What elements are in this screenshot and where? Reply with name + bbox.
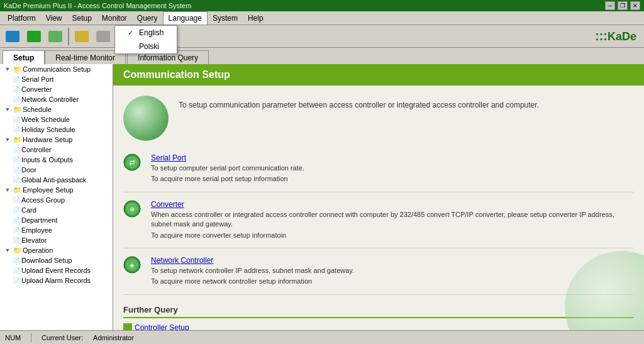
serial-port-content: Serial Port To setup computer serial por… <box>151 153 634 184</box>
sidebar-label-download-setup: Download Setup <box>21 257 72 264</box>
menu-bar: Platform View Setup Monitor Query Langua… <box>0 11 644 25</box>
sidebar-label-elevator: Elevator <box>21 236 47 244</box>
sidebar-item-holiday-schedule[interactable]: 📄 Holiday Schedule <box>0 125 113 135</box>
network-controller-link[interactable]: Network Controller <box>151 256 634 265</box>
logo-prefix: ::: <box>595 29 608 43</box>
sidebar-item-employee-setup[interactable]: ▼ 📁 Employee Setup <box>0 185 113 195</box>
network-controller-content: Network Controller To setup network cont… <box>151 256 634 287</box>
expand-icon-hardware: ▼ <box>3 135 12 144</box>
sidebar-label-holiday-schedule: Holiday Schedule <box>21 126 75 133</box>
sidebar-item-employee[interactable]: 📄 Employee <box>0 225 113 235</box>
sidebar-item-operation[interactable]: ▼ 📁 Operation <box>0 245 113 255</box>
sidebar-item-inputs-outputs[interactable]: 📄 Inputs & Outputs <box>0 155 113 165</box>
converter-icon: ⊕ <box>123 200 141 218</box>
converter-content: Converter When access controller or inte… <box>151 200 634 240</box>
doc-icon-antipass: 📄 <box>12 175 21 184</box>
toolbar-btn-4[interactable] <box>72 27 92 46</box>
tab-realtime-monitor[interactable]: Real-time Monitor <box>45 50 126 64</box>
intro-text: To setup communication parameter between… <box>179 96 539 114</box>
menu-query[interactable]: Query <box>132 11 163 25</box>
sidebar-item-week-schedule[interactable]: 📄 Week Schedule <box>0 114 113 125</box>
toolbar: ◀ ▶ :::KaDe <box>0 25 644 48</box>
sidebar-label-network-controller: Network Controller <box>21 96 79 103</box>
section-serial-port: ⇄ Serial Port To setup computer serial p… <box>123 146 634 192</box>
toolbar-icon-3 <box>48 31 62 42</box>
svg-text:◈: ◈ <box>130 262 135 269</box>
toolbar-icon-4 <box>75 31 89 42</box>
menu-view[interactable]: View <box>41 11 67 25</box>
controller-setup-link[interactable]: Controller Setup <box>123 323 634 330</box>
status-separator <box>31 333 31 342</box>
toolbar-icon-5 <box>96 31 110 42</box>
menu-language[interactable]: Language <box>163 11 208 25</box>
section-network-controller: ◈ Network Controller To setup network co… <box>123 248 634 295</box>
network-controller-desc2: To acquire more network controller setup… <box>151 277 634 286</box>
sidebar-item-communication-setup[interactable]: ▼ 📁 Communication Setup <box>0 64 113 74</box>
menu-monitor[interactable]: Monitor <box>97 11 132 25</box>
sidebar-item-access-group[interactable]: 📄 Access Group <box>0 195 113 205</box>
status-bar: NUM Current User: Administrator <box>0 330 644 344</box>
tab-setup[interactable]: Setup <box>3 50 45 64</box>
restore-button[interactable]: ❐ <box>618 1 628 10</box>
doc-icon-access-group: 📄 <box>12 196 21 204</box>
language-english-label: English <box>139 28 164 37</box>
further-query-title: Further Query <box>123 305 634 318</box>
serial-port-desc1: To setup computer serial port communicat… <box>151 164 634 173</box>
title-bar: KaDe Premium Plus II - Access Control Ma… <box>0 0 644 11</box>
converter-link[interactable]: Converter <box>151 200 634 209</box>
tab-bar: Setup Real-time Monitor Information Quer… <box>0 48 644 64</box>
converter-desc1: When access controller or integrated acc… <box>151 210 634 230</box>
sidebar-item-controller[interactable]: 📄 Controller <box>0 145 113 155</box>
sidebar-item-download-setup[interactable]: 📄 Download Setup <box>0 255 113 265</box>
sidebar-label-department: Department <box>21 216 57 224</box>
sidebar-label-upload-event: Upload Event Records <box>21 267 91 274</box>
toolbar-btn-2[interactable] <box>24 27 44 46</box>
toolbar-icon-2 <box>27 31 41 42</box>
language-english[interactable]: ✓ English <box>115 26 177 40</box>
close-button[interactable]: ✕ <box>630 1 640 10</box>
folder-icon: 📁 <box>13 65 22 74</box>
sidebar-item-department[interactable]: 📄 Department <box>0 215 113 225</box>
sidebar-label-communication-setup: Communication Setup <box>23 65 91 73</box>
content-title: Communication Setup <box>123 69 634 80</box>
sidebar-item-hardware-setup[interactable]: ▼ 📁 Hardware Setup <box>0 135 113 145</box>
sidebar-item-upload-event[interactable]: 📄 Upload Event Records <box>0 265 113 275</box>
sidebar-label-upload-alarm: Upload Alarm Records <box>21 277 91 284</box>
toolbar-btn-1[interactable] <box>3 27 23 46</box>
menu-platform[interactable]: Platform <box>3 11 41 25</box>
sidebar-item-serial-port[interactable]: 📄 Serial Port <box>0 74 113 84</box>
sidebar-item-door[interactable]: 📄 Door <box>0 165 113 175</box>
toolbar-btn-3[interactable] <box>45 27 65 46</box>
sidebar-item-elevator[interactable]: 📄 Elevator <box>0 235 113 245</box>
checkmark-english: ✓ <box>128 29 135 37</box>
sidebar-label-converter: Converter <box>21 86 52 93</box>
sidebar-item-card[interactable]: 📄 Card <box>0 205 113 215</box>
converter-icon-container: ⊕ <box>123 200 143 220</box>
menu-help[interactable]: Help <box>243 11 269 25</box>
sidebar-label-serial-port: Serial Port <box>21 75 53 83</box>
sidebar: ▼ 📁 Communication Setup 📄 Serial Port 📄 … <box>0 64 113 330</box>
sidebar-label-employee: Employee <box>21 226 52 234</box>
network-controller-icon-container: ◈ <box>123 256 143 276</box>
sidebar-item-converter[interactable]: 📄 Converter <box>0 84 113 94</box>
serial-port-link[interactable]: Serial Port <box>151 153 634 162</box>
language-polski[interactable]: Polski <box>115 40 177 53</box>
sidebar-label-controller: Controller <box>21 146 52 153</box>
doc-icon-controller: 📄 <box>12 145 21 154</box>
intro-section: To setup communication parameter between… <box>123 96 634 141</box>
minimize-button[interactable]: ─ <box>605 1 615 10</box>
svg-text:⊕: ⊕ <box>130 206 135 213</box>
doc-icon-converter: 📄 <box>12 85 21 94</box>
toolbar-btn-5[interactable] <box>93 27 113 46</box>
sidebar-label-access-group: Access Group <box>21 196 65 204</box>
doc-icon-download: 📄 <box>12 256 21 265</box>
sidebar-item-anti-passback[interactable]: 📄 Global Anti-passback <box>0 175 113 185</box>
menu-setup[interactable]: Setup <box>67 11 96 25</box>
doc-icon-employee: 📄 <box>12 226 21 235</box>
content-header: Communication Setup <box>113 64 644 86</box>
sidebar-item-network-controller[interactable]: 📄 Network Controller <box>0 94 113 104</box>
menu-system[interactable]: System <box>208 11 243 25</box>
sidebar-item-schedule[interactable]: ▼ 📁 Schedule <box>0 104 113 114</box>
sidebar-item-upload-alarm[interactable]: 📄 Upload Alarm Records <box>0 275 113 286</box>
main-container: ▼ 📁 Communication Setup 📄 Serial Port 📄 … <box>0 64 644 330</box>
